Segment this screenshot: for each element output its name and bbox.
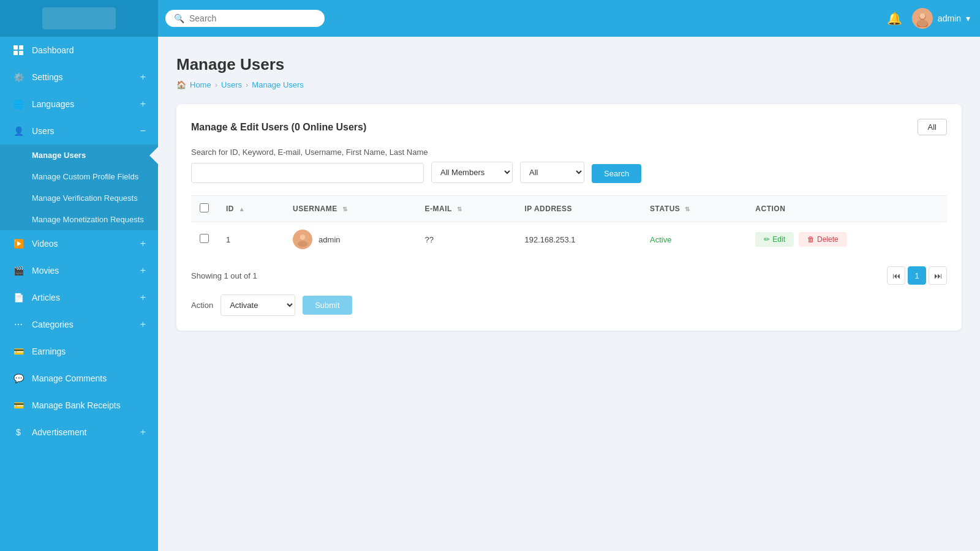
sidebar-item-users[interactable]: 👤 Users − (0, 118, 158, 144)
sidebar-item-manage-verification-requests[interactable]: Manage Verification Requests (0, 187, 158, 209)
th-action: ACTION (747, 196, 947, 222)
logo-area (0, 0, 158, 37)
sidebar-item-settings[interactable]: ⚙️ Settings + (0, 64, 158, 91)
user-avatar (293, 230, 312, 249)
bank-icon: 💳 (12, 399, 24, 411)
row-action-cell: ✏ Edit 🗑 Delete (747, 222, 947, 257)
breadcrumb-sep-2: › (246, 80, 248, 89)
member-filter-select[interactable]: All Members Admins Members (431, 162, 513, 183)
page-title: Manage Users (176, 55, 962, 74)
content-area: Manage Users 🏠 Home › Users › Manage Use… (158, 37, 980, 551)
col-email-label: E-MAIL (425, 204, 452, 213)
th-checkbox (191, 196, 217, 222)
col-action-label: ACTION (755, 204, 785, 213)
notification-bell-icon[interactable]: 🔔 (887, 11, 902, 26)
col-ip-label: IP ADDRESS (524, 204, 572, 213)
th-username: USERNAME ⇅ (284, 196, 416, 222)
sort-id-icon[interactable]: ▲ (239, 206, 245, 212)
users-submenu: Manage Users Manage Custom Profile Field… (0, 144, 158, 230)
sidebar-item-languages[interactable]: 🌐 Languages + (0, 91, 158, 118)
user-icon: 👤 (12, 125, 24, 137)
action-section: Action Activate Deactivate Delete Ban Su… (191, 294, 947, 316)
th-email: E-MAIL ⇅ (417, 196, 516, 222)
users-table: ID ▲ USERNAME ⇅ E-MAIL ⇅ IP ADDRESS (191, 195, 947, 257)
submit-button[interactable]: Submit (303, 296, 352, 315)
select-all-checkbox[interactable] (200, 203, 209, 212)
breadcrumb-home[interactable]: Home (190, 80, 211, 89)
sidebar-sub-label-manage-users: Manage Users (32, 151, 86, 160)
sidebar-item-manage-custom-profile-fields[interactable]: Manage Custom Profile Fields (0, 166, 158, 187)
username-cell-content: admin (293, 230, 407, 249)
sidebar-label-categories: Categories (32, 320, 133, 329)
search-input-wrap (191, 163, 424, 183)
action-buttons: ✏ Edit 🗑 Delete (755, 232, 938, 247)
plus-icon-settings: + (140, 72, 146, 83)
delete-button[interactable]: 🗑 Delete (799, 232, 847, 247)
search-button[interactable]: Search (592, 164, 641, 183)
all-button[interactable]: All (918, 119, 947, 135)
row-id: 1 (226, 235, 230, 244)
row-id-cell: 1 (217, 222, 284, 257)
first-page-button[interactable]: ⏮ (887, 266, 905, 285)
action-select[interactable]: Activate Deactivate Delete Ban (221, 294, 295, 316)
plus-icon-categories: + (140, 319, 146, 330)
status-filter-select[interactable]: All Active Inactive Banned (520, 162, 584, 183)
sidebar-item-manage-users[interactable]: Manage Users (0, 144, 158, 166)
avatar (912, 8, 933, 29)
sidebar-item-movies[interactable]: 🎬 Movies + (0, 257, 158, 284)
sort-status-icon[interactable]: ⇅ (685, 206, 690, 212)
breadcrumb-current: Manage Users (252, 80, 304, 89)
sidebar-label-dashboard: Dashboard (32, 45, 146, 55)
sidebar-item-advertisement[interactable]: $ Advertisement + (0, 419, 158, 446)
col-id-label: ID (226, 204, 234, 213)
sidebar-item-dashboard[interactable]: Dashboard (0, 37, 158, 64)
manage-users-card: Manage & Edit Users (0 Online Users) All… (176, 104, 962, 331)
col-status-label: STATUS (650, 204, 680, 213)
sort-username-icon[interactable]: ⇅ (342, 206, 348, 212)
comment-icon: 💬 (12, 372, 24, 384)
article-icon: 📄 (12, 291, 24, 304)
grid-icon (12, 44, 24, 56)
breadcrumb: 🏠 Home › Users › Manage Users (176, 80, 962, 89)
row-email: ?? (425, 235, 434, 244)
sidebar-item-categories[interactable]: ⋯ Categories + (0, 311, 158, 338)
table-footer: Showing 1 out of 1 ⏮ 1 ⏭ (191, 266, 947, 285)
edit-label: Edit (772, 235, 785, 244)
showing-text: Showing 1 out of 1 (191, 271, 257, 280)
search-icon: 🔍 (174, 13, 184, 23)
topbar: 🔍 🔔 admin ▾ (0, 0, 980, 37)
sidebar-sub-label-custom-profile-fields: Manage Custom Profile Fields (32, 172, 138, 181)
svg-point-7 (298, 241, 307, 247)
th-ip-address: IP ADDRESS (516, 196, 641, 222)
row-checkbox-cell (191, 222, 217, 257)
dollar-icon: 💳 (12, 345, 24, 358)
table-row: 1 admin (191, 222, 947, 257)
sidebar-item-manage-monetization-requests[interactable]: Manage Monetization Requests (0, 209, 158, 230)
sidebar-item-manage-comments[interactable]: 💬 Manage Comments (0, 365, 158, 392)
table-head: ID ▲ USERNAME ⇅ E-MAIL ⇅ IP ADDRESS (191, 196, 947, 222)
topbar-left: 🔍 (10, 0, 325, 37)
film-icon: 🎬 (12, 264, 24, 277)
row-checkbox[interactable] (200, 234, 209, 243)
sort-email-icon[interactable]: ⇅ (457, 206, 462, 212)
breadcrumb-users[interactable]: Users (221, 80, 242, 89)
admin-menu[interactable]: admin ▾ (912, 8, 970, 29)
sidebar-label-users: Users (32, 126, 133, 136)
edit-button[interactable]: ✏ Edit (755, 232, 794, 247)
sidebar-label-movies: Movies (32, 266, 133, 276)
sidebar-label-manage-comments: Manage Comments (32, 373, 146, 383)
sidebar-item-earnings[interactable]: 💳 Earnings (0, 338, 158, 365)
page-1-button[interactable]: 1 (908, 266, 926, 285)
table-body: 1 admin (191, 222, 947, 257)
sidebar-item-videos[interactable]: ▶️ Videos + (0, 230, 158, 257)
minus-icon-users: − (140, 126, 146, 137)
user-search-input[interactable] (191, 163, 424, 183)
topbar-search-bar[interactable]: 🔍 (165, 10, 325, 27)
sidebar-item-manage-bank-receipts[interactable]: 💳 Manage Bank Receipts (0, 392, 158, 419)
admin-label: admin (938, 13, 961, 23)
row-ip: 192.168.253.1 (524, 235, 575, 244)
last-page-button[interactable]: ⏭ (929, 266, 947, 285)
search-input[interactable] (189, 13, 316, 23)
sidebar-sub-label-monetization-requests: Manage Monetization Requests (32, 215, 144, 224)
sidebar-item-articles[interactable]: 📄 Articles + (0, 284, 158, 311)
